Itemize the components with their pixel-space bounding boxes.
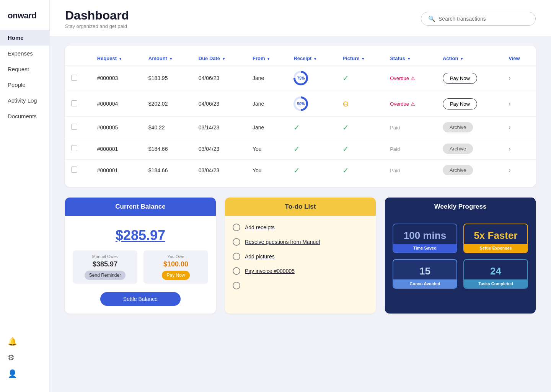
- row-checkbox[interactable]: [71, 145, 77, 151]
- todo-card-header: To-do List: [225, 198, 376, 216]
- row-id: #000005: [91, 117, 142, 138]
- sidebar: onward Home Expenses Request People Acti…: [0, 0, 50, 392]
- table-row: #000005$40.2203/14/23Jane✓✓PaidArchive›: [65, 117, 536, 138]
- row-view[interactable]: ›: [502, 138, 536, 160]
- todo-item[interactable]: Pay invoice #000005: [233, 267, 368, 275]
- picture-check-icon: ✓: [342, 123, 349, 132]
- todo-item-label[interactable]: Pay invoice #000005: [245, 268, 295, 274]
- row-amount: $184.66: [142, 160, 192, 181]
- balance-card-header: Current Balance: [65, 198, 216, 216]
- row-action: Pay Now: [437, 65, 502, 91]
- row-picture: ✓: [336, 160, 384, 181]
- row-receipt: ✓: [287, 160, 336, 181]
- todo-circle: [233, 267, 240, 275]
- search-icon: 🔍: [428, 15, 435, 22]
- balance-card-body: $285.97 Manuel Owes $385.97 Send Reminde…: [65, 216, 216, 314]
- balance-right-amount: $100.00: [148, 260, 204, 268]
- row-checkbox[interactable]: [71, 75, 77, 81]
- todo-circle: [233, 282, 240, 289]
- col-picture[interactable]: Picture ▾: [336, 52, 384, 65]
- picture-minus-icon: ⊖: [342, 100, 349, 108]
- todo-item[interactable]: Resolve questions from Manuel: [233, 238, 368, 246]
- header: Dashboard Stay organized and get paid 🔍: [50, 0, 551, 36]
- archive-button[interactable]: Archive: [443, 165, 473, 175]
- chevron-right-icon[interactable]: ›: [509, 145, 510, 152]
- row-action: Archive: [437, 160, 502, 181]
- progress-box-1: 5x Faster Settle Expenses: [463, 224, 528, 253]
- send-reminder-button[interactable]: Send Reminder: [85, 271, 126, 280]
- overdue-icon: ⚠: [411, 101, 415, 107]
- progress-box-label: Settle Expenses: [464, 244, 527, 252]
- row-id: #000004: [91, 91, 142, 117]
- chevron-right-icon[interactable]: ›: [509, 100, 510, 107]
- row-checkbox[interactable]: [71, 124, 77, 130]
- row-id: #000003: [91, 65, 142, 91]
- col-due-date[interactable]: Due Date ▾: [192, 52, 246, 65]
- row-checkbox-cell: [65, 160, 91, 181]
- row-checkbox[interactable]: [71, 167, 77, 173]
- progress-box-label: Tasks Completed: [464, 279, 527, 288]
- col-from[interactable]: From ▾: [246, 52, 288, 65]
- sidebar-item-expenses[interactable]: Expenses: [0, 46, 49, 61]
- todo-item-label[interactable]: Add receipts: [245, 224, 275, 230]
- page-title: Dashboard: [65, 8, 129, 23]
- col-amount[interactable]: Amount ▾: [142, 52, 192, 65]
- balance-right-label: You Owe: [148, 254, 204, 259]
- todo-item-label[interactable]: Add pictures: [245, 253, 275, 260]
- balance-left-amount: $385.97: [77, 260, 133, 268]
- row-receipt: 75%: [287, 65, 336, 91]
- row-from: You: [246, 138, 288, 160]
- archive-button[interactable]: Archive: [443, 122, 473, 132]
- row-due-date: 03/14/23: [192, 117, 246, 138]
- pay-now-balance-button[interactable]: Pay Now: [162, 271, 189, 280]
- sidebar-item-request[interactable]: Request: [0, 61, 49, 77]
- row-checkbox-cell: [65, 138, 91, 160]
- table-row: #000001$184.6603/04/23You✓✓PaidArchive›: [65, 138, 536, 160]
- col-receipt[interactable]: Receipt ▾: [287, 52, 336, 65]
- row-due-date: 04/06/23: [192, 91, 246, 117]
- sidebar-item-people[interactable]: People: [0, 77, 49, 93]
- col-action[interactable]: Action ▾: [437, 52, 502, 65]
- sidebar-item-activity-log[interactable]: Activity Log: [0, 93, 49, 108]
- row-view[interactable]: ›: [502, 160, 536, 181]
- todo-item[interactable]: Add pictures: [233, 253, 368, 260]
- row-id: #000001: [91, 160, 142, 181]
- progress-box-value: 5x Faster: [464, 224, 527, 244]
- header-left: Dashboard Stay organized and get paid: [65, 8, 129, 29]
- settle-balance-button[interactable]: Settle Balance: [100, 292, 181, 306]
- row-action: Archive: [437, 117, 502, 138]
- todo-item[interactable]: [233, 282, 368, 289]
- search-input[interactable]: [439, 16, 528, 22]
- bell-icon[interactable]: 🔔: [8, 337, 17, 346]
- progress-card-body: 100 mins Time Saved 5x Faster Settle Exp…: [385, 216, 536, 296]
- archive-button[interactable]: Archive: [443, 144, 473, 154]
- col-request[interactable]: Request ▾: [91, 52, 142, 65]
- sidebar-item-home[interactable]: Home: [0, 30, 49, 46]
- todo-item[interactable]: Add receipts: [233, 224, 368, 231]
- row-from: Jane: [246, 117, 288, 138]
- row-view[interactable]: ›: [502, 65, 536, 91]
- col-status[interactable]: Status ▾: [384, 52, 437, 65]
- row-checkbox[interactable]: [71, 100, 77, 106]
- gear-icon[interactable]: ⚙: [8, 353, 17, 362]
- todo-item-label[interactable]: Resolve questions from Manuel: [245, 239, 320, 245]
- overdue-icon: ⚠: [411, 75, 415, 81]
- chevron-right-icon[interactable]: ›: [509, 124, 510, 131]
- row-amount: $202.02: [142, 91, 192, 117]
- pay-now-button[interactable]: Pay Now: [443, 73, 477, 84]
- progress-row-2: 15 Convo Avoided 24 Tasks Completed: [393, 259, 528, 289]
- user-icon[interactable]: 👤: [8, 369, 17, 378]
- row-view[interactable]: ›: [502, 117, 536, 138]
- chevron-right-icon[interactable]: ›: [509, 167, 510, 173]
- pay-now-button[interactable]: Pay Now: [443, 98, 477, 109]
- status-overdue: Overdue ⚠: [390, 75, 415, 81]
- search-bar[interactable]: 🔍: [421, 12, 536, 26]
- table-row: #000003$183.9504/06/23Jane75%✓Overdue ⚠P…: [65, 65, 536, 91]
- row-amount: $184.66: [142, 138, 192, 160]
- chevron-right-icon[interactable]: ›: [509, 75, 510, 81]
- receipt-check-icon: ✓: [293, 145, 300, 153]
- row-view[interactable]: ›: [502, 91, 536, 117]
- col-view: View: [502, 52, 536, 65]
- row-picture: ✓: [336, 138, 384, 160]
- sidebar-item-documents[interactable]: Documents: [0, 108, 49, 124]
